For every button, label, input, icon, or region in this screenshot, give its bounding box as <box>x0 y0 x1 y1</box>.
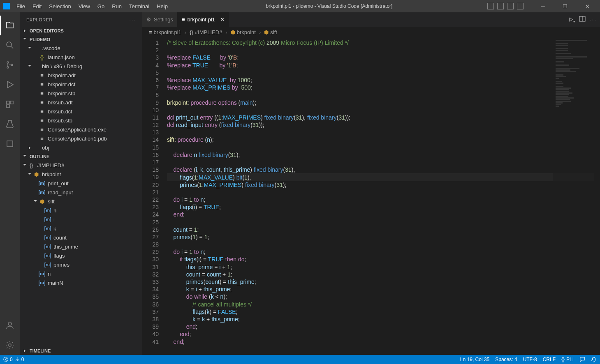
sidebar-more-icon[interactable]: ··· <box>130 17 136 22</box>
tree-item[interactable]: [ᵯ]primes <box>20 260 142 269</box>
activity-manage-icon[interactable] <box>0 335 20 355</box>
sidebar: EXPLORER ··· OPEN EDITORS PLIDEMO .vscod… <box>20 12 142 355</box>
tree-item[interactable]: ≡brksub.stb <box>20 116 142 125</box>
close-button[interactable]: ✕ <box>578 0 597 12</box>
activity-extensions-icon[interactable] <box>0 94 20 114</box>
title-bar: FileEditSelectionViewGoRunTerminalHelp b… <box>0 0 600 12</box>
gear-icon: ⚙ <box>146 16 151 23</box>
outline-section[interactable]: OUTLINE <box>20 152 142 161</box>
tree-item[interactable]: ⬢sift <box>20 197 142 206</box>
menu-terminal[interactable]: Terminal <box>126 2 153 11</box>
breadcrumb-item[interactable]: {}#IMPLIED# <box>190 29 222 35</box>
activity-account-icon[interactable] <box>0 316 20 335</box>
editor-body[interactable]: 1234567891011121314151617181920212223242… <box>142 37 600 355</box>
timeline-section[interactable]: TIMELINE <box>20 347 142 355</box>
svg-point-0 <box>7 42 12 47</box>
tree-item[interactable]: [ᵯ]k <box>20 224 142 233</box>
activity-scm-icon[interactable] <box>0 55 20 75</box>
scrollbar[interactable] <box>594 37 600 355</box>
tree-item[interactable]: [ᵯ]read_input <box>20 188 142 197</box>
tree-item[interactable]: {}#IMPLIED# <box>20 161 142 170</box>
tab[interactable]: ⚙Settings <box>142 12 178 27</box>
open-editors-section[interactable]: OPEN EDITORS <box>20 27 142 35</box>
menu-file[interactable]: File <box>13 2 28 11</box>
tree-item[interactable]: [ᵯ]mainN <box>20 278 142 287</box>
window-controls: ─ ☐ ✕ <box>487 0 597 12</box>
editor-area: ⚙Settings≡brkpoint.pl1✕ ▷▾ ··· ≡brkpoint… <box>142 12 600 355</box>
maximize-button[interactable]: ☐ <box>556 0 575 12</box>
open-editors-label: OPEN EDITORS <box>30 28 64 33</box>
layout-icon-1[interactable] <box>487 3 494 9</box>
layout-icon-4[interactable] <box>517 3 524 9</box>
svg-rect-8 <box>7 141 13 147</box>
breadcrumb-item[interactable]: ≡brkpoint.pl1 <box>149 29 181 35</box>
run-dropdown-icon[interactable]: ▷▾ <box>569 16 575 23</box>
status-encoding[interactable]: UTF-8 <box>523 357 537 362</box>
breadcrumb[interactable]: ≡brkpoint.pl1›{}#IMPLIED#›⬢brkpoint›⬢sif… <box>142 27 600 37</box>
activity-debug-icon[interactable] <box>0 75 20 94</box>
tabs-bar: ⚙Settings≡brkpoint.pl1✕ ▷▾ ··· <box>142 12 600 27</box>
tree-item[interactable]: ≡ConsoleApplication1.pdb <box>20 134 142 143</box>
tree-item[interactable]: ≡brkpoint.stb <box>20 89 142 98</box>
outline-label: OUTLINE <box>30 154 49 159</box>
menu-selection[interactable]: Selection <box>46 2 74 11</box>
tab[interactable]: ≡brkpoint.pl1✕ <box>178 12 229 27</box>
activity-test-icon[interactable] <box>0 114 20 134</box>
sidebar-header: EXPLORER ··· <box>20 12 142 27</box>
layout-icon-2[interactable] <box>497 3 504 9</box>
split-editor-icon[interactable] <box>579 16 586 23</box>
status-lang[interactable]: {} PLI <box>561 357 574 362</box>
tree-item[interactable]: [ᵯ]print_out <box>20 179 142 188</box>
minimap[interactable] <box>553 37 594 355</box>
code-area[interactable]: /* Sieve of Eratosthenes: Copyright (c) … <box>167 37 600 355</box>
menu-run[interactable]: Run <box>109 2 125 11</box>
status-bell-icon[interactable] <box>591 357 597 362</box>
tree-item[interactable]: [ᵯ]i <box>20 215 142 224</box>
tree-item[interactable]: [ᵯ]n <box>20 206 142 215</box>
tree-item[interactable]: bin \ x86 \ Debug <box>20 62 142 71</box>
tree-item[interactable]: ⬢brkpoint <box>20 170 142 179</box>
tree-item[interactable]: [ᵯ]flags <box>20 251 142 260</box>
project-section[interactable]: PLIDEMO <box>20 35 142 44</box>
breadcrumb-item[interactable]: ⬢sift <box>264 29 277 35</box>
activity-explorer-icon[interactable] <box>0 16 20 35</box>
menu-view[interactable]: View <box>75 2 93 11</box>
tree-item[interactable]: [ᵯ]this_prime <box>20 242 142 251</box>
activity-window-icon[interactable] <box>0 134 20 154</box>
tree-item[interactable]: [ᵯ]n <box>20 269 142 278</box>
layout-icon-3[interactable] <box>507 3 514 9</box>
svg-rect-7 <box>7 105 9 108</box>
status-feedback-icon[interactable] <box>579 357 585 362</box>
tree-item[interactable]: {}launch.json <box>20 53 142 62</box>
svg-point-10 <box>9 344 11 346</box>
tree-item[interactable]: [ᵯ]count <box>20 233 142 242</box>
tree-item[interactable]: ≡brksub.adt <box>20 98 142 107</box>
minimize-button[interactable]: ─ <box>533 0 552 12</box>
svg-point-4 <box>11 64 13 66</box>
tree-item[interactable]: ≡brkpoint.dcf <box>20 80 142 89</box>
status-lncol[interactable]: Ln 19, Col 35 <box>460 357 489 362</box>
breadcrumb-item[interactable]: ⬢brkpoint <box>231 29 256 35</box>
tree-item[interactable]: ≡ConsoleApplication1.exe <box>20 125 142 134</box>
tree-item[interactable]: ≡brkpoint.adt <box>20 71 142 80</box>
status-warnings[interactable]: ⚠ 0 <box>15 357 24 362</box>
menu-edit[interactable]: Edit <box>29 2 45 11</box>
status-eol[interactable]: CRLF <box>543 357 556 362</box>
svg-point-3 <box>7 67 9 68</box>
sidebar-title: EXPLORER <box>26 17 53 22</box>
status-spaces[interactable]: Spaces: 4 <box>495 357 517 362</box>
main-content: EXPLORER ··· OPEN EDITORS PLIDEMO .vscod… <box>0 12 600 355</box>
activity-search-icon[interactable] <box>0 35 20 55</box>
project-label: PLIDEMO <box>30 37 50 42</box>
tree-item[interactable]: .vscode <box>20 44 142 53</box>
status-errors[interactable]: ⓧ 0 <box>3 356 13 363</box>
close-icon[interactable]: ✕ <box>220 16 225 23</box>
tree-item[interactable]: obj <box>20 143 142 152</box>
tree-item[interactable]: ≡brksub.dcf <box>20 107 142 116</box>
editor-more-icon[interactable]: ··· <box>590 16 597 23</box>
status-bar: ⓧ 0 ⚠ 0 Ln 19, Col 35 Spaces: 4 UTF-8 CR… <box>0 355 600 364</box>
menu-help[interactable]: Help <box>153 2 171 11</box>
svg-point-2 <box>7 62 9 63</box>
file-icon: ≡ <box>182 16 185 23</box>
menu-go[interactable]: Go <box>94 2 108 11</box>
